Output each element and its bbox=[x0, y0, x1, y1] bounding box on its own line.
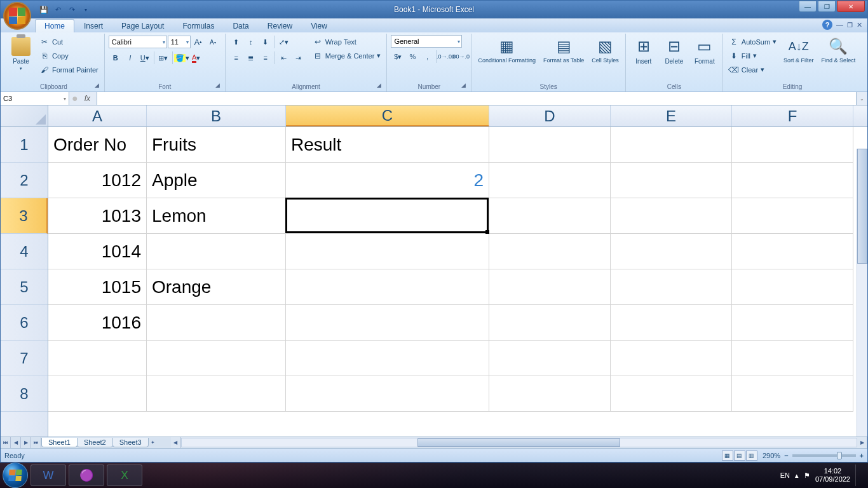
cell-D3[interactable] bbox=[489, 198, 611, 234]
column-header-C[interactable]: C bbox=[286, 105, 489, 126]
cell-C6[interactable] bbox=[286, 305, 489, 341]
row-header-4[interactable]: 4 bbox=[1, 234, 48, 269]
accounting-button[interactable]: $▾ bbox=[391, 50, 405, 64]
alignment-launcher[interactable]: ◢ bbox=[377, 82, 384, 90]
help-icon[interactable]: ? bbox=[822, 20, 832, 30]
show-desktop-button[interactable] bbox=[855, 464, 860, 486]
zoom-in-button[interactable]: + bbox=[860, 452, 864, 459]
column-header-A[interactable]: A bbox=[48, 105, 147, 126]
row-header-7[interactable]: 7 bbox=[1, 341, 48, 376]
align-left-button[interactable]: ≡ bbox=[229, 51, 243, 65]
cell-F1[interactable] bbox=[732, 127, 853, 163]
tab-home[interactable]: Home bbox=[35, 19, 74, 32]
cell-D4[interactable] bbox=[489, 234, 611, 269]
column-header-D[interactable]: D bbox=[489, 105, 611, 126]
qat-customize-icon[interactable]: ▾ bbox=[79, 3, 92, 16]
tab-review[interactable]: Review bbox=[259, 20, 301, 32]
cell-A3[interactable]: 1013 bbox=[48, 198, 147, 234]
font-launcher[interactable]: ◢ bbox=[215, 82, 223, 90]
border-button[interactable]: ⊞▾ bbox=[156, 51, 170, 65]
font-name-combo[interactable]: Calibri bbox=[109, 36, 167, 48]
align-bottom-button[interactable]: ⬇ bbox=[259, 35, 273, 49]
office-button[interactable] bbox=[3, 2, 31, 30]
sheet-tab-3[interactable]: Sheet3 bbox=[112, 438, 149, 447]
zoom-out-button[interactable]: − bbox=[784, 452, 788, 459]
copy-button[interactable]: ⎘Copy bbox=[37, 49, 100, 62]
tray-lang[interactable]: EN bbox=[780, 471, 790, 479]
font-color-button[interactable]: A▾ bbox=[189, 51, 203, 65]
minimize-button[interactable]: — bbox=[799, 1, 817, 12]
name-box[interactable]: C3 bbox=[1, 92, 69, 105]
horizontal-scrollbar[interactable]: ◀ ▶ bbox=[171, 437, 867, 448]
fill-button[interactable]: ⬇Fill▾ bbox=[727, 49, 778, 62]
cell-D7[interactable] bbox=[489, 341, 611, 376]
tab-page-layout[interactable]: Page Layout bbox=[112, 20, 173, 32]
sheet-nav-next[interactable]: ▶ bbox=[21, 437, 31, 448]
zoom-slider[interactable] bbox=[792, 454, 856, 457]
align-center-button[interactable]: ≣ bbox=[244, 51, 258, 65]
hscroll-right[interactable]: ▶ bbox=[857, 437, 867, 448]
taskbar-app-word[interactable]: W bbox=[31, 464, 66, 486]
percent-button[interactable]: % bbox=[405, 50, 419, 64]
fill-color-button[interactable]: 🪣▾ bbox=[175, 51, 189, 65]
cell-F6[interactable] bbox=[732, 305, 853, 341]
row-header-8[interactable]: 8 bbox=[1, 376, 48, 412]
cut-button[interactable]: ✂Cut bbox=[37, 35, 100, 48]
wrap-text-button[interactable]: ↩Wrap Text bbox=[311, 35, 383, 48]
taskbar-app-browser[interactable]: 🟣 bbox=[69, 464, 104, 486]
minimize-ribbon-icon[interactable]: — bbox=[836, 21, 843, 29]
sheet-nav-first[interactable]: ⏮ bbox=[1, 437, 11, 448]
autosum-button[interactable]: ΣAutoSum▾ bbox=[727, 35, 778, 48]
formula-bar[interactable] bbox=[97, 92, 856, 105]
tab-view[interactable]: View bbox=[302, 20, 336, 32]
cell-D8[interactable] bbox=[489, 376, 611, 412]
hscroll-left[interactable]: ◀ bbox=[171, 437, 181, 448]
undo-icon[interactable]: ↶ bbox=[51, 3, 64, 16]
cell-A4[interactable]: 1014 bbox=[48, 234, 147, 269]
cancel-formula-icon[interactable]: ● bbox=[72, 93, 78, 104]
cell-C4[interactable] bbox=[286, 234, 489, 269]
comma-button[interactable]: , bbox=[420, 50, 434, 64]
close-button[interactable]: ✕ bbox=[837, 1, 865, 12]
decrease-indent-button[interactable]: ⇤ bbox=[277, 51, 291, 65]
tray-show-hidden-icon[interactable]: ▴ bbox=[795, 471, 799, 480]
row-header-3[interactable]: 3 bbox=[1, 198, 48, 234]
zoom-level[interactable]: 290% bbox=[763, 452, 780, 459]
tray-flag-icon[interactable]: ⚑ bbox=[804, 471, 810, 480]
cell-E4[interactable] bbox=[611, 234, 732, 269]
number-launcher[interactable]: ◢ bbox=[461, 82, 469, 90]
cell-C1[interactable]: Result bbox=[286, 127, 489, 163]
row-header-6[interactable]: 6 bbox=[1, 305, 48, 341]
hscroll-thumb[interactable] bbox=[417, 438, 620, 447]
tab-insert[interactable]: Insert bbox=[75, 20, 112, 32]
cell-A2[interactable]: 1012 bbox=[48, 163, 147, 198]
sheet-tab-1[interactable]: Sheet1 bbox=[41, 438, 78, 447]
taskbar-app-excel[interactable]: X bbox=[107, 464, 142, 486]
column-header-F[interactable]: F bbox=[732, 105, 853, 126]
cell-A7[interactable] bbox=[48, 341, 147, 376]
cell-F3[interactable] bbox=[732, 198, 853, 234]
cell-A8[interactable] bbox=[48, 376, 147, 412]
cell-E1[interactable] bbox=[611, 127, 732, 163]
restore-window-icon[interactable]: ❐ bbox=[847, 22, 853, 29]
column-header-E[interactable]: E bbox=[611, 105, 732, 126]
cell-D5[interactable] bbox=[489, 269, 611, 305]
cell-D2[interactable] bbox=[489, 163, 611, 198]
cell-A6[interactable]: 1016 bbox=[48, 305, 147, 341]
cell-D6[interactable] bbox=[489, 305, 611, 341]
normal-view-button[interactable]: ▦ bbox=[722, 451, 733, 461]
orientation-button[interactable]: ⤢▾ bbox=[277, 35, 291, 49]
font-size-combo[interactable]: 11 bbox=[168, 36, 191, 48]
align-right-button[interactable]: ≡ bbox=[259, 51, 273, 65]
cell-E7[interactable] bbox=[611, 341, 732, 376]
expand-formula-bar-icon[interactable]: ⌄ bbox=[856, 92, 867, 105]
decrease-decimal-button[interactable]: .00→.0 bbox=[453, 50, 467, 64]
save-icon[interactable]: 💾 bbox=[37, 3, 50, 16]
cell-C2[interactable]: 2 bbox=[286, 163, 489, 198]
close-workbook-icon[interactable]: ✕ bbox=[857, 21, 862, 29]
cell-F8[interactable] bbox=[732, 376, 853, 412]
clipboard-launcher[interactable]: ◢ bbox=[95, 82, 102, 90]
fx-icon[interactable]: fx bbox=[81, 94, 94, 103]
tab-data[interactable]: Data bbox=[224, 20, 257, 32]
sheet-tab-2[interactable]: Sheet2 bbox=[77, 438, 113, 447]
